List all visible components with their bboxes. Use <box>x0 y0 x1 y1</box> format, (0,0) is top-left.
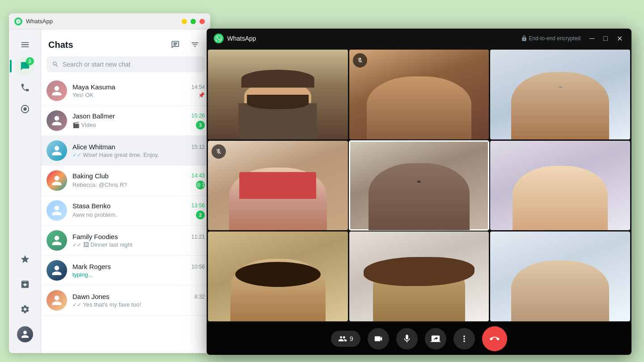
screen-share-button[interactable] <box>425 328 446 349</box>
bg-title: WhatsApp <box>26 18 182 25</box>
avatar-maya <box>47 80 67 101</box>
chat-preview-jason: 🎬 Video <box>72 122 193 128</box>
maximize-dot[interactable] <box>191 19 196 24</box>
sidebar-item-starred[interactable] <box>15 249 35 269</box>
chat-item-stasa[interactable]: Stasa Benko 13:56 Aww no problem. 2 <box>41 196 210 226</box>
chat-item-jason[interactable]: Jason Ballmer 15:26 🎬 Video 3 <box>41 106 210 136</box>
end-call-button[interactable] <box>482 326 507 351</box>
mic-icon <box>402 334 412 344</box>
sidebar-item-archived[interactable] <box>15 274 35 294</box>
chat-name-baking: Baking Club <box>72 172 109 180</box>
chat-item-family[interactable]: Family Foodies 11:21 ✓✓ 🖼 Dinner last ni… <box>41 226 210 256</box>
participants-icon <box>338 334 347 343</box>
chat-name-mark: Mark Rogers <box>72 263 111 270</box>
mic-off-badge-2 <box>353 53 367 67</box>
chat-item-maya[interactable]: Maya Kasuma 14:54 Yes! OK 📌 <box>41 76 210 106</box>
sidebar: 3 <box>9 29 41 353</box>
background-window: WhatsApp 3 <box>9 13 210 353</box>
chat-time-jason: 15:26 <box>191 113 205 119</box>
bg-win-controls <box>182 19 205 24</box>
sidebar-menu-btn[interactable] <box>15 35 35 55</box>
video-cell-6 <box>490 141 630 231</box>
chats-title: Chats <box>48 40 73 50</box>
new-chat-button[interactable] <box>167 37 183 53</box>
minimize-dot[interactable] <box>182 19 187 24</box>
sidebar-item-settings[interactable] <box>15 299 35 319</box>
unread-badge-jason: 3 <box>196 121 205 130</box>
sidebar-item-status[interactable] <box>15 99 35 119</box>
avatar-family <box>47 230 67 251</box>
avatar-dawn <box>47 290 67 311</box>
chats-panel: Chats Maya Kasum <box>41 29 210 353</box>
chat-preview-maya: Yes! OK <box>72 92 196 98</box>
video-win-controls: ─ □ ✕ <box>588 34 624 43</box>
chat-info-baking: Baking Club 14:43 Rebecca: @Chris R? @ 1 <box>72 172 205 189</box>
video-cell-4 <box>208 141 348 231</box>
search-input[interactable] <box>63 61 199 68</box>
chat-time-baking: 14:43 <box>191 173 205 179</box>
chat-preview-mark: typing... <box>72 271 205 278</box>
video-titlebar: WhatsApp End-to-end encrypted ─ □ ✕ <box>207 29 631 48</box>
bg-logo <box>14 17 22 25</box>
sidebar-item-calls[interactable] <box>15 78 35 97</box>
chat-preview-stasa: Aww no problem. <box>72 211 193 218</box>
video-wa-logo <box>214 34 224 43</box>
chat-time-family: 11:21 <box>191 234 205 240</box>
avatar-alice <box>47 140 67 161</box>
video-controls-bar: 9 <box>207 323 631 355</box>
filter-button[interactable] <box>187 37 203 53</box>
video-maximize-btn[interactable]: □ <box>602 34 610 43</box>
mic-off-badge-4 <box>212 144 226 159</box>
close-dot[interactable] <box>199 19 205 24</box>
bg-titlebar: WhatsApp <box>9 13 210 29</box>
video-app-title: WhatsApp <box>227 35 521 42</box>
video-grid: 👓 🕶 <box>207 48 631 323</box>
chat-preview-dawn: ✓✓ Yes that's my fave too! <box>72 301 205 308</box>
video-icon <box>373 334 383 344</box>
chat-item-alice[interactable]: Alice Whitman 15:12 ✓✓ Wow! Have great t… <box>41 136 210 166</box>
chat-info-jason: Jason Ballmer 15:26 🎬 Video 3 <box>72 112 205 130</box>
encryption-label: End-to-end encrypted <box>521 35 580 42</box>
chat-name-family: Family Foodies <box>72 233 118 240</box>
video-toggle-button[interactable] <box>368 328 389 349</box>
chat-time-dawn: 8:32 <box>195 294 205 300</box>
participants-button[interactable]: 9 <box>331 331 360 347</box>
chat-info-dawn: Dawn Jones 8:32 ✓✓ Yes that's my fave to… <box>72 293 205 308</box>
chat-item-mark[interactable]: Mark Rogers 10:56 typing... <box>41 256 210 286</box>
chat-item-baking[interactable]: Baking Club 14:43 Rebecca: @Chris R? @ 1 <box>41 166 210 196</box>
pin-icon-maya: 📌 <box>198 92 205 98</box>
chats-header-icons <box>167 37 203 53</box>
end-call-icon <box>490 334 500 344</box>
video-minimize-btn[interactable]: ─ <box>588 34 596 43</box>
video-cell-8 <box>349 232 489 321</box>
video-close-btn[interactable]: ✕ <box>615 34 624 43</box>
chat-item-dawn[interactable]: Dawn Jones 8:32 ✓✓ Yes that's my fave to… <box>41 286 210 316</box>
video-cell-2 <box>349 50 489 139</box>
sidebar-item-chats[interactable]: 3 <box>15 56 35 76</box>
unread-badge-baking: @ 1 <box>196 181 205 189</box>
video-cell-9 <box>490 232 630 321</box>
sidebar-bottom <box>15 249 35 353</box>
mic-toggle-button[interactable] <box>396 328 418 349</box>
chat-preview-family: ✓✓ 🖼 Dinner last night <box>72 241 205 248</box>
avatar-jason <box>47 110 67 131</box>
chat-time-alice: 15:12 <box>191 144 205 150</box>
encryption-text: End-to-end encrypted <box>529 35 580 42</box>
video-cell-3: 👓 <box>490 50 630 139</box>
chat-name-maya: Maya Kasuma <box>72 83 115 91</box>
video-cell-1 <box>208 50 348 139</box>
avatar-baking <box>47 170 67 191</box>
search-icon <box>52 61 59 68</box>
chat-name-jason: Jason Ballmer <box>72 112 115 120</box>
chat-name-dawn: Dawn Jones <box>72 293 110 300</box>
svg-point-1 <box>23 107 26 110</box>
avatar-mark <box>47 260 67 281</box>
more-icon <box>459 334 469 344</box>
chats-header: Chats <box>41 29 210 56</box>
more-options-button[interactable] <box>453 328 475 349</box>
search-bar <box>47 56 205 72</box>
avatar-stasa <box>47 200 67 221</box>
chats-badge: 3 <box>26 57 34 65</box>
user-avatar-sidebar[interactable] <box>15 324 35 344</box>
participants-count: 9 <box>350 335 353 342</box>
